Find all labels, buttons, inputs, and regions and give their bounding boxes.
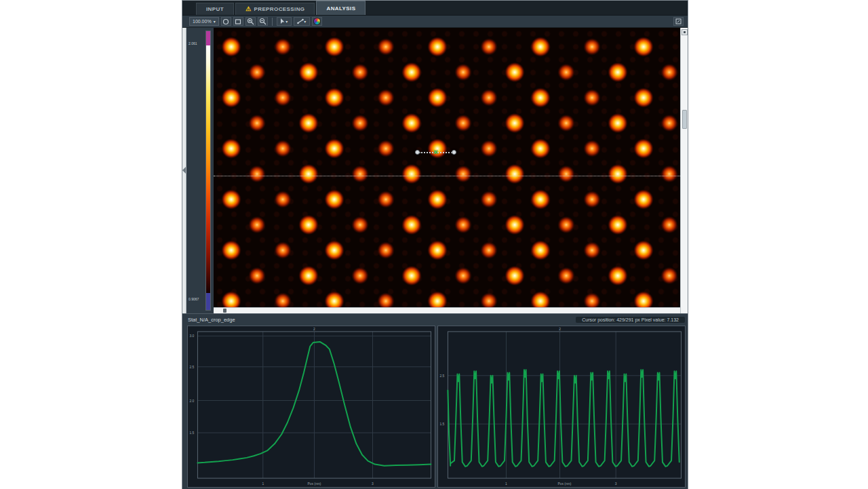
svg-text:2.0: 2.0 — [190, 399, 195, 403]
fit-view-button[interactable] — [233, 17, 243, 26]
distance-measurement-annotation[interactable]: × — [416, 149, 454, 157]
measurement-endpoint-right[interactable] — [452, 150, 456, 155]
svg-text:Pos (nm): Pos (nm) — [557, 482, 571, 486]
vertical-scrollbar[interactable] — [680, 28, 688, 313]
dataset-label: Stat_N/A_crop_edge — [188, 317, 235, 323]
measurement-endpoint-left[interactable] — [415, 150, 420, 155]
svg-text:2.5: 2.5 — [440, 374, 445, 378]
svg-text:3: 3 — [372, 482, 374, 486]
tab-preprocessing[interactable]: ⚠ PREPROCESSING — [235, 3, 315, 15]
svg-text:1: 1 — [262, 482, 264, 486]
colorbar-max-label: 2.061 — [189, 41, 197, 45]
colorbar-underrange-cap — [206, 293, 210, 310]
scrollbar-options-button[interactable] — [682, 29, 688, 35]
chevron-down-icon: ▾ — [214, 19, 216, 24]
zoom-in-button[interactable] — [245, 17, 256, 26]
tab-preprocessing-label: PREPROCESSING — [254, 6, 304, 12]
horizontal-scrollbar-thumb[interactable] — [223, 309, 226, 313]
colormap-button[interactable] — [312, 17, 322, 26]
line-profile-annotation[interactable] — [214, 176, 680, 176]
vertical-scrollbar-thumb[interactable] — [682, 110, 687, 129]
colorbar-min-label: 0.9067 — [189, 297, 199, 301]
tab-bar: INPUT ⚠ PREPROCESSING ANALYSIS — [182, 1, 688, 16]
profile-panel-header: Stat_N/A_crop_edge Cursor position: 429/… — [182, 313, 688, 325]
cursor-status-readout: Cursor position: 429/291 px Pixel value:… — [576, 317, 685, 323]
measurement-profile-plot: 3.02.52.01.5132Pos (nm) — [188, 326, 435, 487]
svg-text:1.5: 1.5 — [440, 423, 445, 426]
stem-image-canvas[interactable]: × — [214, 28, 680, 307]
svg-text:2: 2 — [559, 328, 561, 331]
chevron-down-icon: ▾ — [304, 19, 306, 24]
colorbar-overrange-cap — [206, 31, 210, 45]
profile-charts-row: 3.02.52.01.5132Pos (nm) 2.51.5132Pos (nm… — [182, 325, 688, 489]
zoom-level-dropdown[interactable]: 100.00% ▾ — [189, 17, 219, 26]
cursor-tool-icon — [280, 18, 285, 24]
colormap-wheel-icon — [313, 18, 321, 25]
colorbar-gradient — [206, 45, 210, 294]
popout-button[interactable] — [673, 17, 684, 26]
collapse-chevron-icon — [182, 167, 186, 174]
svg-text:3: 3 — [615, 482, 617, 486]
reset-zoom-icon — [222, 18, 229, 25]
profile-tool-icon — [297, 18, 304, 24]
scrollbar-options-icon — [684, 31, 686, 33]
svg-text:3.0: 3.0 — [190, 334, 195, 338]
line-profile-plot: 2.51.5132Pos (nm) — [438, 326, 685, 487]
svg-text:1.5: 1.5 — [190, 431, 195, 435]
tab-analysis[interactable]: ANALYSIS — [316, 1, 366, 15]
horizontal-scrollbar[interactable] — [214, 307, 680, 313]
zoom-out-icon — [259, 18, 267, 25]
tab-analysis-label: ANALYSIS — [326, 5, 355, 12]
zoom-out-button[interactable] — [258, 17, 268, 26]
tab-input[interactable]: INPUT — [196, 3, 234, 15]
zoom-level-value: 100.00% — [193, 19, 212, 24]
svg-text:Pos (nm): Pos (nm) — [307, 482, 321, 486]
cursor-tool-dropdown[interactable]: ▾ — [277, 17, 292, 26]
colorbar[interactable] — [205, 31, 211, 311]
svg-text:2: 2 — [313, 328, 315, 331]
tab-input-label: INPUT — [206, 6, 224, 12]
atomic-lattice-image — [214, 28, 680, 307]
app-window: INPUT ⚠ PREPROCESSING ANALYSIS 100.00% ▾ — [182, 0, 688, 489]
zoom-in-icon — [247, 18, 254, 25]
profile-tool-dropdown[interactable]: ▾ — [294, 17, 310, 26]
measurement-center-cross-icon: × — [433, 148, 437, 156]
chevron-down-icon: ▾ — [285, 19, 288, 24]
image-viewer: 2.061 0.9067 × — [182, 28, 688, 313]
measurement-profile-chart[interactable]: 3.02.52.01.5132Pos (nm) — [187, 326, 435, 488]
svg-text:2.5: 2.5 — [190, 366, 195, 369]
warning-icon: ⚠ — [245, 6, 251, 12]
colorbar-gutter: 2.061 0.9067 — [186, 28, 214, 313]
svg-text:1: 1 — [505, 482, 507, 486]
toolbar-separator — [272, 18, 273, 26]
viewer-toolbar: 100.00% ▾ ▾ ▾ — [182, 16, 688, 28]
fit-view-icon — [235, 18, 241, 25]
popout-icon — [675, 18, 682, 24]
reset-zoom-button[interactable] — [221, 17, 231, 26]
line-profile-chart[interactable]: 2.51.5132Pos (nm) — [437, 326, 686, 488]
canvas-wrap: × — [214, 28, 680, 313]
